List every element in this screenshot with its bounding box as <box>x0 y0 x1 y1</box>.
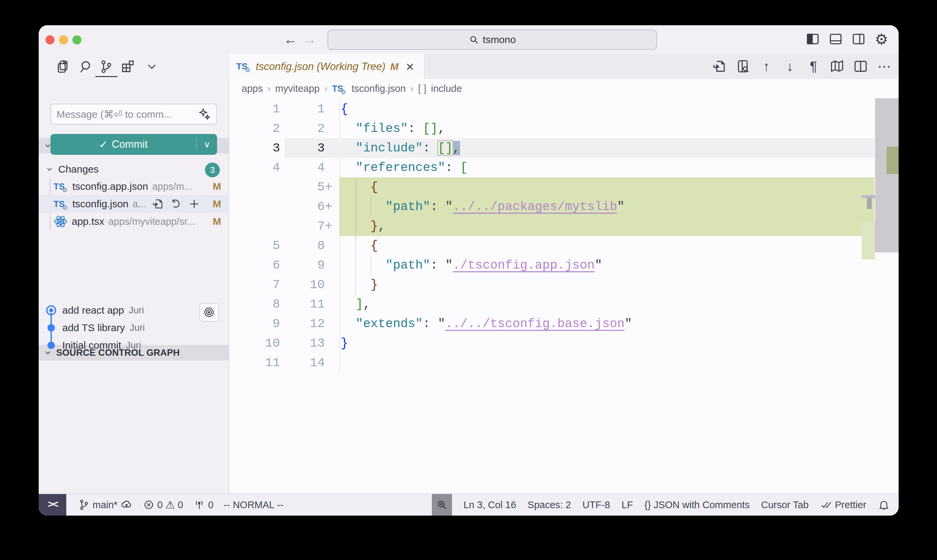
more-views-chevron-icon[interactable] <box>144 58 160 75</box>
ports-indicator[interactable]: 0 <box>193 499 213 511</box>
notifications-bell-icon[interactable] <box>878 499 890 511</box>
diff-editor[interactable]: 11{22 "files": [],33 "include": [],44 "r… <box>229 98 899 493</box>
extensions-view-icon[interactable] <box>120 58 135 75</box>
breadcrumb-item-apps[interactable]: apps <box>242 83 263 94</box>
toggle-secondary-sidebar-icon[interactable] <box>851 31 866 47</box>
modified-line-number: 4 <box>280 158 325 177</box>
cursor-position[interactable]: Ln 3, Col 16 <box>463 499 516 511</box>
chevron-down-icon <box>45 165 54 173</box>
settings-gear-icon[interactable]: ⚙ <box>874 31 889 47</box>
close-traffic-light[interactable] <box>45 35 54 45</box>
code-line[interactable]: 44 "references": [ <box>229 158 899 177</box>
indentation-indicator[interactable]: Spaces: 2 <box>528 499 571 511</box>
remote-indicator[interactable]: >< <box>39 494 66 515</box>
inline-diff-view-icon[interactable] <box>735 58 751 74</box>
overview-ruler-added-mark <box>886 147 899 174</box>
source-control-view-icon[interactable] <box>98 58 114 75</box>
path-link[interactable]: ../../tsconfig.base.json <box>445 317 625 331</box>
tsconfig-file-icon: TS⚙ <box>236 61 251 72</box>
double-check-icon <box>820 499 832 511</box>
back-arrow-icon[interactable]: ← <box>284 33 297 46</box>
encoding-indicator[interactable]: UTF-8 <box>583 499 610 511</box>
changes-section-header[interactable]: Changes 3 <box>39 161 229 178</box>
tab-close-icon[interactable]: × <box>406 62 414 72</box>
code-line[interactable]: 69 "path": "./tsconfig.app.json" <box>229 255 899 275</box>
breadcrumb-item-include[interactable]: include <box>431 83 462 94</box>
commit-row-2[interactable]: add TS libraryJuri <box>39 319 229 337</box>
cursor-tab-indicator[interactable]: Cursor Tab <box>761 499 808 511</box>
commit-button[interactable]: ✓ Commit ∨ <box>51 134 217 155</box>
breadcrumb-item-tsconfig.json[interactable]: tsconfig.json <box>351 83 406 94</box>
path-link[interactable]: ./tsconfig.app.json <box>453 258 595 272</box>
command-center-search[interactable]: tsmono <box>328 29 657 50</box>
change-row-app.tsx[interactable]: app.tsxapps/myviteapp/sr...M <box>39 213 229 230</box>
code-line[interactable]: 58 { <box>229 236 899 255</box>
vscode-window: ← → tsmono ⚙ TS⚙ tsconfig.json (Working … <box>39 25 899 515</box>
open-file-icon[interactable] <box>711 58 727 74</box>
code-line[interactable]: 6+ "path": "../../packages/mytslib" <box>229 197 899 216</box>
commit-row-3[interactable]: Initial commitJuri <box>39 337 229 354</box>
eol-indicator[interactable]: LF <box>622 499 633 511</box>
problems-indicator[interactable]: 0 ⚠ 0 <box>143 498 183 511</box>
change-row-tsconfig.json[interactable]: TS⚙tsconfig.jsona...M <box>39 195 229 213</box>
modified-status-badge: M <box>213 216 221 227</box>
commit-dropdown-chevron[interactable]: ∨ <box>197 139 217 150</box>
commit-dot-icon <box>48 342 55 349</box>
vim-mode-indicator[interactable]: -- NORMAL -- <box>223 499 283 511</box>
stage-icon[interactable] <box>188 198 201 210</box>
explorer-icon[interactable] <box>55 58 71 75</box>
code-line[interactable]: 811 ], <box>229 294 899 314</box>
original-line-number: 1 <box>229 99 280 119</box>
code-line[interactable]: 11{ <box>229 99 899 119</box>
language-mode-indicator[interactable]: {} JSON with Comments <box>645 499 750 511</box>
zoom-indicator[interactable] <box>432 494 452 515</box>
change-row-tsconfig.app.json[interactable]: TS⚙tsconfig.app.jsonapps/m...M <box>39 178 229 195</box>
code-line[interactable]: 5+ { <box>229 177 899 197</box>
original-line-number: 8 <box>229 294 280 314</box>
added-line-plus-sign: + <box>325 197 335 216</box>
modified-line-number: 9 <box>280 255 325 275</box>
next-change-icon[interactable]: ↓ <box>782 58 798 74</box>
code-line[interactable]: 1114 <box>229 353 899 372</box>
split-editor-icon[interactable] <box>853 58 868 74</box>
original-line-number: 5 <box>229 236 280 255</box>
search-view-icon[interactable] <box>78 58 94 75</box>
commit-message-input[interactable]: Message (⌘⏎ to comm... <box>51 104 217 125</box>
forward-arrow-icon[interactable]: → <box>303 33 316 46</box>
code-line[interactable]: 7+ }, <box>229 216 899 236</box>
modified-line-number: 2 <box>280 119 325 138</box>
code-text: { <box>341 99 348 119</box>
branch-indicator[interactable]: main* <box>78 498 133 511</box>
breadcrumb-item-myviteapp[interactable]: myviteapp <box>275 83 320 94</box>
open-file-icon[interactable] <box>151 198 164 210</box>
minimize-traffic-light[interactable] <box>59 35 68 45</box>
toggle-sidebar-icon[interactable] <box>805 31 820 47</box>
modified-line-number: 3 <box>280 138 325 158</box>
render-whitespace-icon[interactable]: ¶ <box>806 58 821 74</box>
code-line[interactable]: 912 "extends": "../../tsconfig.base.json… <box>229 314 899 334</box>
zoom-traffic-light[interactable] <box>72 35 82 45</box>
original-line-number: 9 <box>229 314 280 334</box>
code-line[interactable]: 1013} <box>229 334 899 353</box>
tab-modified-badge: M <box>390 61 398 72</box>
vim-block-cursor: , <box>453 141 460 155</box>
commit-row-1[interactable]: add react appJuri <box>39 302 229 319</box>
editor-scrollbar[interactable] <box>875 98 899 252</box>
code-line[interactable]: 22 "files": [], <box>229 119 899 138</box>
sparkle-icon[interactable] <box>198 107 211 121</box>
discard-icon[interactable] <box>170 198 182 210</box>
code-text: } <box>341 275 378 294</box>
formatter-indicator[interactable]: Prettier <box>820 499 866 511</box>
tab-tsconfig-working-tree[interactable]: TS⚙ tsconfig.json (Working Tree) M × <box>229 54 425 79</box>
breadcrumb[interactable]: apps›myviteapp›TS⚙tsconfig.json›[ ]inclu… <box>229 79 899 98</box>
code-line[interactable]: 710 } <box>229 275 899 294</box>
commit-message: add TS library <box>62 322 125 334</box>
active-view-indicator <box>95 76 117 77</box>
toggle-panel-icon[interactable] <box>828 31 843 47</box>
more-actions-icon[interactable]: ⋯ <box>876 58 892 74</box>
path-link[interactable]: ../../packages/mytslib <box>453 200 617 214</box>
file-path: a... <box>132 198 146 210</box>
minimap-toggle-icon[interactable] <box>829 58 845 74</box>
previous-change-icon[interactable]: ↑ <box>759 58 774 74</box>
code-line[interactable]: 33 "include": [], <box>229 138 899 158</box>
